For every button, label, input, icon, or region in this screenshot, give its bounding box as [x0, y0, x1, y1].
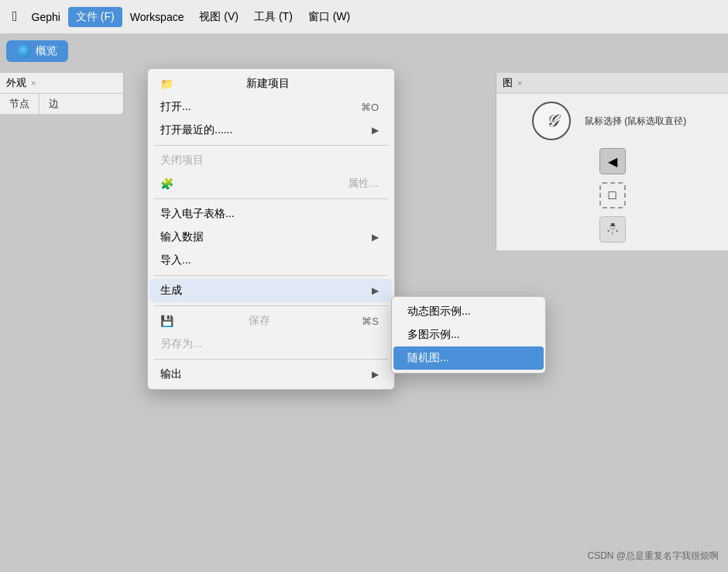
new-project-icon: 📁 [160, 78, 173, 90]
separator-3 [154, 275, 388, 276]
appearance-tab-bar: 外观 × [0, 73, 123, 94]
separator-2 [154, 198, 388, 199]
edges-tab[interactable]: 边 [39, 94, 68, 114]
import-item[interactable]: 导入... [149, 249, 393, 272]
apple-menu-item[interactable]:  [6, 7, 24, 26]
open-item[interactable]: 打开... ⌘O [149, 95, 393, 119]
new-project-item[interactable]: 📁 新建项目 [149, 72, 393, 95]
gephi-logo: 𝒢 [532, 102, 571, 140]
save-item: 💾 保存 ⌘S [149, 309, 393, 333]
import-spreadsheet-label: 导入电子表格... [160, 207, 235, 221]
separator-1 [154, 145, 388, 146]
export-arrow: ▶ [372, 369, 379, 380]
appearance-panel: 外观 × 节点 边 [0, 73, 124, 115]
save-label: 保存 [249, 314, 270, 328]
open-recent-label: 打开最近的...... [160, 123, 232, 137]
generate-arrow: ▶ [372, 285, 379, 296]
appearance-close[interactable]: × [31, 78, 36, 88]
properties-label: 属性... [348, 177, 379, 191]
open-label: 打开... [160, 100, 191, 114]
properties-item: 🧩 属性... [149, 172, 393, 195]
input-data-arrow: ▶ [372, 232, 379, 243]
open-shortcut: ⌘O [361, 102, 379, 113]
right-panel: 图 × 𝒢 鼠标选择 (鼠标选取直径) ◀ □ ⛄ [496, 73, 728, 250]
select-tool-icon[interactable]: ◀ [599, 148, 626, 174]
input-data-item[interactable]: 输入数据 ▶ [149, 226, 393, 249]
generate-label: 生成 [160, 284, 182, 298]
separator-5 [154, 359, 388, 360]
import-spreadsheet-item[interactable]: 导入电子表格... [149, 202, 393, 226]
rect-select-icon[interactable]: □ [599, 182, 626, 208]
properties-icon: 🧩 [160, 177, 173, 190]
save-icon: 💾 [160, 315, 173, 327]
overview-button[interactable]: 概览 [6, 40, 68, 62]
dynamic-graph-item[interactable]: 动态图示例... [393, 300, 544, 323]
overview-label: 概览 [36, 44, 57, 58]
separator-4 [154, 305, 388, 306]
multi-graph-label: 多图示例... [407, 328, 460, 342]
mouse-select-label: 鼠标选择 (鼠标选取直径) [579, 112, 692, 131]
dynamic-graph-label: 动态图示例... [407, 305, 471, 319]
import-label: 导入... [160, 253, 191, 267]
right-panel-close[interactable]: × [517, 78, 522, 88]
right-panel-title: 图 [503, 76, 513, 90]
window-menu-item[interactable]: 窗口 (W) [300, 7, 358, 27]
random-graph-item[interactable]: 随机图... [393, 346, 544, 370]
lasso-tool-icon[interactable]: ⛄ [599, 216, 626, 243]
right-panel-tab-bar: 图 × [496, 73, 728, 94]
globe-icon [17, 44, 31, 58]
appearance-title: 外观 [6, 76, 26, 90]
menubar:  Gephi 文件 (F) Workspace 视图 (V) 工具 (T) 窗… [0, 0, 728, 34]
random-graph-label: 随机图... [407, 351, 449, 365]
multi-graph-item[interactable]: 多图示例... [393, 323, 544, 346]
save-as-item: 另存为... [149, 333, 393, 356]
right-panel-content: 𝒢 鼠标选择 (鼠标选取直径) ◀ □ ⛄ [496, 94, 728, 250]
appearance-sub-tabs: 节点 边 [0, 94, 123, 115]
close-project-label: 关闭项目 [160, 153, 204, 167]
gephi-menu-item[interactable]: Gephi [24, 8, 68, 26]
new-project-label: 新建项目 [246, 77, 290, 91]
generate-submenu: 动态图示例... 多图示例... 随机图... [391, 296, 546, 374]
save-as-label: 另存为... [160, 337, 202, 351]
tools-menu-item[interactable]: 工具 (T) [246, 7, 300, 27]
input-data-label: 输入数据 [160, 230, 204, 244]
nodes-tab[interactable]: 节点 [0, 94, 39, 114]
close-project-item: 关闭项目 [149, 149, 393, 172]
file-menu-item[interactable]: 文件 (F) [68, 7, 122, 27]
export-item[interactable]: 输出 ▶ [149, 363, 393, 386]
app-area: 概览 外观 × 节点 边 图 × 𝒢 鼠标选择 (鼠标选取直径) ◀ □ ⛄ C… [0, 34, 728, 572]
watermark: CSDN @总是重复名字我很烦啊 [587, 550, 719, 563]
save-shortcut: ⌘S [362, 315, 379, 327]
file-menu-dropdown: 📁 新建项目 打开... ⌘O 打开最近的...... ▶ 关闭项目 🧩 [147, 68, 395, 390]
generate-item[interactable]: 生成 ▶ [149, 279, 393, 302]
view-menu-item[interactable]: 视图 (V) [191, 7, 246, 27]
export-label: 输出 [160, 367, 182, 381]
open-recent-arrow: ▶ [372, 125, 379, 136]
open-recent-item[interactable]: 打开最近的...... ▶ [149, 119, 393, 142]
workspace-menu-item[interactable]: Workspace [122, 8, 192, 26]
